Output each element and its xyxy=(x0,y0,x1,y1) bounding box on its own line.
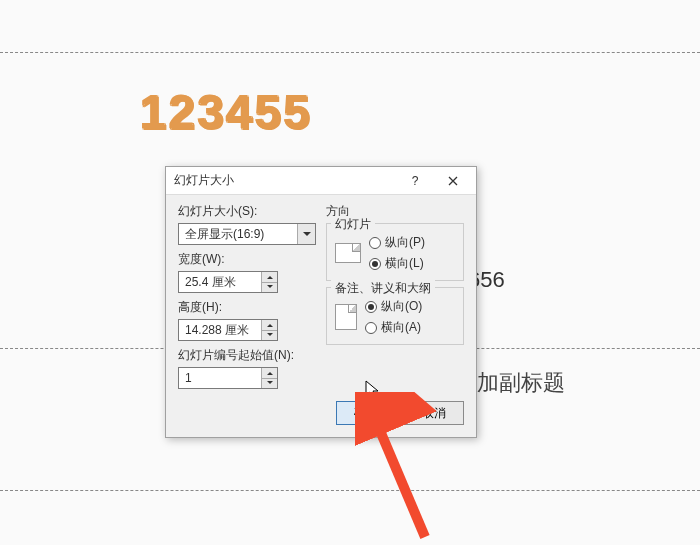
start-number-label: 幻灯片编号起始值(N): xyxy=(178,347,316,364)
width-spinner[interactable]: 25.4 厘米 xyxy=(178,271,278,293)
radio-label: 横向(A) xyxy=(381,319,421,336)
notes-group-label: 备注、讲义和大纲 xyxy=(331,280,435,297)
guide-line xyxy=(0,52,700,53)
notes-orientation-group: 备注、讲义和大纲 纵向(O) 横向(A) xyxy=(326,287,464,345)
slides-orientation-group: 幻灯片 纵向(P) 横向(L) xyxy=(326,223,464,281)
radio-label: 横向(L) xyxy=(385,255,424,272)
spin-down-icon[interactable] xyxy=(262,331,277,341)
left-column: 幻灯片大小(S): 全屏显示(16:9) 宽度(W): 25.4 厘米 高度(H… xyxy=(178,203,316,389)
width-value: 25.4 厘米 xyxy=(179,274,261,291)
dialog-title: 幻灯片大小 xyxy=(174,172,396,189)
wordart-text: 123455 xyxy=(140,85,312,140)
page-landscape-icon xyxy=(335,243,361,263)
start-number-value: 1 xyxy=(179,371,261,385)
slide-size-combo[interactable]: 全屏显示(16:9) xyxy=(178,223,316,245)
slide-size-dialog: 幻灯片大小 ? 幻灯片大小(S): 全屏显示(16:9) 宽度(W): 25.4… xyxy=(165,166,477,438)
slides-portrait-radio[interactable]: 纵向(P) xyxy=(369,234,425,251)
height-value: 14.288 厘米 xyxy=(179,322,261,339)
spin-up-icon[interactable] xyxy=(262,272,277,283)
height-spinner[interactable]: 14.288 厘米 xyxy=(178,319,278,341)
radio-label: 纵向(P) xyxy=(385,234,425,251)
slide-size-value: 全屏显示(16:9) xyxy=(179,226,297,243)
slides-landscape-radio[interactable]: 横向(L) xyxy=(369,255,425,272)
close-button[interactable] xyxy=(434,168,472,194)
ok-button[interactable]: 确定 xyxy=(336,401,396,425)
cancel-button[interactable]: 取消 xyxy=(404,401,464,425)
spin-down-icon[interactable] xyxy=(262,379,277,389)
guide-line xyxy=(0,490,700,491)
spin-up-icon[interactable] xyxy=(262,320,277,331)
chevron-down-icon[interactable] xyxy=(297,224,315,244)
slides-group-label: 幻灯片 xyxy=(331,216,375,233)
notes-landscape-radio[interactable]: 横向(A) xyxy=(365,319,422,336)
subtitle-placeholder[interactable]: 加副标题 xyxy=(477,368,565,398)
slide-size-label: 幻灯片大小(S): xyxy=(178,203,316,220)
spin-down-icon[interactable] xyxy=(262,283,277,293)
dialog-button-row: 确定 取消 xyxy=(166,393,476,437)
height-label: 高度(H): xyxy=(178,299,316,316)
right-column: 方向 幻灯片 纵向(P) 横向(L) 备注、讲义和大纲 xyxy=(326,203,464,389)
page-portrait-icon xyxy=(335,304,357,330)
help-button[interactable]: ? xyxy=(396,168,434,194)
notes-portrait-radio[interactable]: 纵向(O) xyxy=(365,298,422,315)
radio-label: 纵向(O) xyxy=(381,298,422,315)
width-label: 宽度(W): xyxy=(178,251,316,268)
dialog-titlebar[interactable]: 幻灯片大小 ? xyxy=(166,167,476,195)
start-number-spinner[interactable]: 1 xyxy=(178,367,278,389)
close-icon xyxy=(448,176,458,186)
spin-up-icon[interactable] xyxy=(262,368,277,379)
